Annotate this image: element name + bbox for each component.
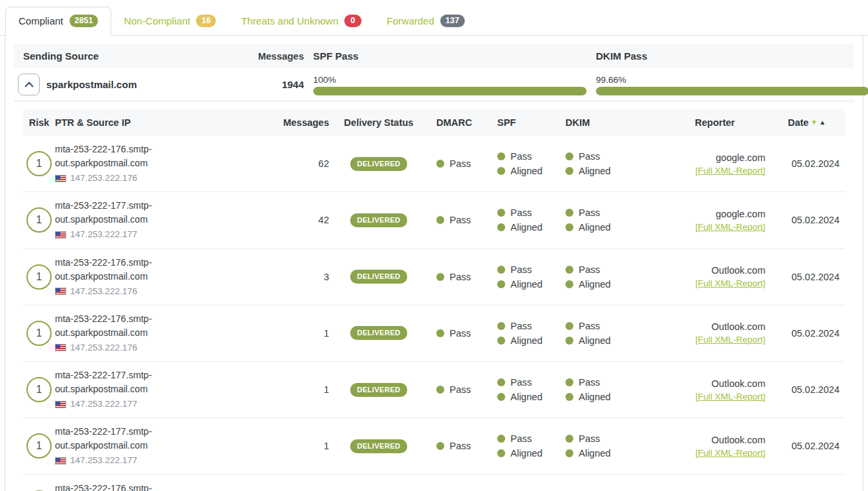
col-header-date-sort[interactable]: Date ▼ ▲ xyxy=(765,117,845,128)
sort-ascending-icon[interactable]: ▲ xyxy=(819,119,826,126)
sort-descending-icon[interactable]: ▼ xyxy=(810,119,817,126)
dkim-result: Pass xyxy=(579,151,600,162)
pass-dot-icon xyxy=(436,273,444,281)
dmarc-result: Pass xyxy=(450,441,471,451)
risk-score-badge: 1 xyxy=(26,377,52,402)
table-row: 1 mta-253-222-176.smtp-out.sparkpostmail… xyxy=(23,249,845,305)
table-header-row: Risk PTR & Source IP Messages Delivery S… xyxy=(23,109,845,136)
reporter-name: Outlook.com xyxy=(712,435,765,445)
sending-source-header: Sending Source xyxy=(14,44,247,68)
dkim-result: Pass xyxy=(579,264,600,275)
col-header-ptr-source-ip: PTR & Source IP xyxy=(55,117,174,128)
dkim-alignment: Aligned xyxy=(579,279,610,290)
report-date: 05.02.2024 xyxy=(765,158,845,169)
messages-header: Messages xyxy=(256,44,304,68)
pass-dot-icon xyxy=(565,209,573,217)
aligned-dot-icon xyxy=(565,449,573,457)
spf-alignment: Aligned xyxy=(510,392,542,402)
reporter-name: google.com xyxy=(716,152,765,163)
ptr-hostname: mta-253-222-177.smtp-out.sparkpostmail.c… xyxy=(55,200,152,225)
aligned-dot-icon xyxy=(497,223,505,231)
pass-dot-icon xyxy=(436,160,444,168)
dkim-result: Pass xyxy=(579,321,600,331)
tab-non-compliant[interactable]: Non-Compliant 16 xyxy=(111,7,228,35)
reporter-name: Outlook.com xyxy=(712,265,765,276)
row-message-count: 62 xyxy=(174,158,329,169)
delivery-status-badge: DELIVERED xyxy=(350,439,407,453)
dkim-alignment: Aligned xyxy=(579,448,610,459)
pass-dot-icon xyxy=(497,266,505,274)
collapse-source-button[interactable] xyxy=(18,74,40,95)
source-ip: 147.253.222.176 xyxy=(70,172,137,185)
tab-compliant[interactable]: Compliant 2851 xyxy=(5,7,111,36)
dmarc-result: Pass xyxy=(450,215,471,225)
aligned-dot-icon xyxy=(497,449,505,457)
full-xml-report-link[interactable]: [Full XML-Report] xyxy=(695,392,765,402)
table-row: 1 mta-253-222-176.smtp-out.sparkpostmail… xyxy=(23,475,845,491)
tab-compliant-label: Compliant xyxy=(19,15,64,27)
chevron-up-icon xyxy=(24,82,34,87)
spf-alignment: Aligned xyxy=(510,279,542,290)
source-detail-table: Risk PTR & Source IP Messages Delivery S… xyxy=(23,109,845,491)
source-ip: 147.253.222.177 xyxy=(70,398,137,411)
dkim-pass-header: DKIM Pass xyxy=(596,44,868,68)
ptr-hostname: mta-253-222-177.smtp-out.sparkpostmail.c… xyxy=(55,426,152,451)
tab-forwarded-count-badge: 137 xyxy=(440,15,465,27)
compliant-panel: Sending Source Messages SPF Pass DKIM Pa… xyxy=(5,36,863,491)
aligned-dot-icon xyxy=(565,280,573,288)
source-message-count: 1944 xyxy=(256,79,304,90)
delivery-status-badge: DELIVERED xyxy=(350,213,407,227)
dmarc-result: Pass xyxy=(450,384,471,395)
row-message-count: 3 xyxy=(174,272,329,282)
dmarc-result: Pass xyxy=(450,328,471,339)
dkim-alignment: Aligned xyxy=(579,222,610,233)
row-message-count: 1 xyxy=(174,328,329,339)
ptr-hostname: mta-253-222-176.smtp-out.sparkpostmail.c… xyxy=(55,313,152,338)
report-date: 05.02.2024 xyxy=(765,384,845,395)
delivery-status-badge: DELIVERED xyxy=(350,326,407,340)
dkim-alignment: Aligned xyxy=(579,166,610,176)
table-row: 1 mta-253-222-177.smtp-out.sparkpostmail… xyxy=(23,192,845,248)
dkim-pass-meter: 99.66% xyxy=(596,74,868,95)
row-message-count: 1 xyxy=(174,441,329,451)
pass-dot-icon xyxy=(565,378,573,386)
pass-dot-icon xyxy=(436,216,444,224)
risk-score-badge: 1 xyxy=(26,151,52,176)
dkim-result: Pass xyxy=(579,207,600,218)
tab-threats-unknown-count-badge: 0 xyxy=(344,15,362,27)
tab-threats-unknown-label: Threats and Unknown xyxy=(241,15,338,27)
source-header-row: Sending Source Messages SPF Pass DKIM Pa… xyxy=(14,44,854,68)
dkim-alignment: Aligned xyxy=(579,335,610,346)
pass-dot-icon xyxy=(436,329,444,337)
dkim-pass-bar xyxy=(596,87,868,95)
dkim-result: Pass xyxy=(579,377,600,388)
table-body: 1 mta-253-222-176.smtp-out.sparkpostmail… xyxy=(23,136,845,491)
dmarc-result: Pass xyxy=(450,158,471,169)
pass-dot-icon xyxy=(497,152,505,160)
pass-dot-icon xyxy=(565,435,573,443)
full-xml-report-link[interactable]: [Full XML-Report] xyxy=(695,166,765,176)
spf-result: Pass xyxy=(510,377,532,388)
table-row: 1 mta-253-222-176.smtp-out.sparkpostmail… xyxy=(23,136,845,192)
table-row: 1 mta-253-222-177.smtp-out.sparkpostmail… xyxy=(23,362,845,418)
full-xml-report-link[interactable]: [Full XML-Report] xyxy=(695,448,765,458)
aligned-dot-icon xyxy=(497,337,505,345)
full-xml-report-link[interactable]: [Full XML-Report] xyxy=(695,278,765,288)
tab-threats-unknown[interactable]: Threats and Unknown 0 xyxy=(228,7,374,35)
tab-compliant-count-badge: 2851 xyxy=(70,15,99,27)
tab-non-compliant-count-badge: 16 xyxy=(196,15,216,27)
full-xml-report-link[interactable]: [Full XML-Report] xyxy=(695,222,765,232)
report-date: 05.02.2024 xyxy=(765,215,845,225)
col-header-delivery-status: Delivery Status xyxy=(329,117,428,128)
table-row: 1 mta-253-222-176.smtp-out.sparkpostmail… xyxy=(23,305,845,362)
delivery-status-badge: DELIVERED xyxy=(350,270,407,284)
full-xml-report-link[interactable]: [Full XML-Report] xyxy=(695,335,765,345)
tab-forwarded[interactable]: Forwarded 137 xyxy=(374,7,477,35)
pass-dot-icon xyxy=(436,386,444,394)
col-header-messages: Messages xyxy=(174,117,329,128)
col-header-dmarc: DMARC xyxy=(428,117,488,128)
aligned-dot-icon xyxy=(565,223,573,231)
delivery-status-badge: DELIVERED xyxy=(350,157,407,171)
source-summary-row: sparkpostmail.com 1944 100% 99.66% xyxy=(14,68,854,101)
col-header-risk: Risk xyxy=(23,117,55,128)
